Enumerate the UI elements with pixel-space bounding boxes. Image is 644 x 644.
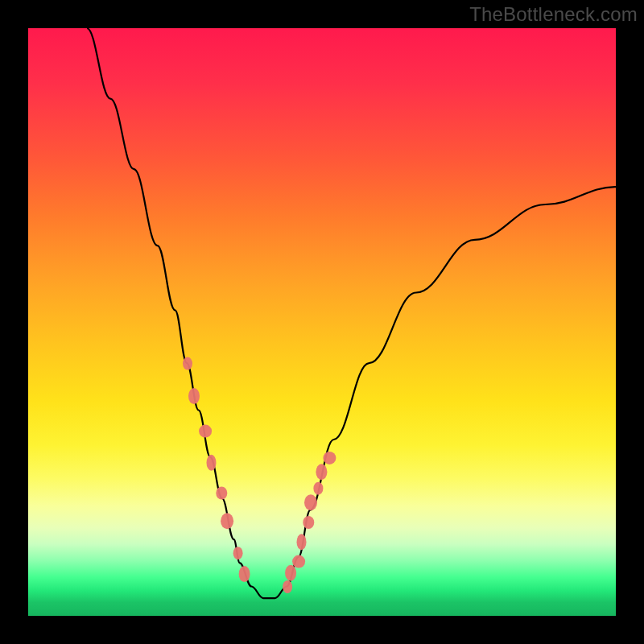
highlight-bead — [323, 452, 336, 464]
highlight-bead — [297, 534, 307, 550]
highlight-bead — [285, 565, 296, 581]
highlight-bead — [216, 487, 227, 500]
plot-area — [28, 28, 616, 616]
highlight-bead — [199, 425, 212, 438]
highlight-bead — [239, 566, 250, 582]
highlight-bead — [233, 547, 243, 559]
bottleneck-curve — [87, 28, 616, 598]
watermark-text: TheBottleneck.com — [469, 3, 638, 26]
right-highlight-cluster — [283, 452, 336, 593]
highlight-bead — [188, 388, 200, 404]
highlight-bead — [292, 555, 305, 568]
left-highlight-cluster — [183, 357, 250, 582]
highlight-bead — [303, 516, 314, 529]
curve-layer — [28, 28, 616, 616]
highlight-bead — [304, 494, 317, 510]
chart-stage: TheBottleneck.com — [0, 0, 644, 644]
highlight-bead — [313, 482, 323, 495]
highlight-bead — [183, 357, 192, 370]
highlight-bead — [221, 513, 233, 529]
highlight-bead — [207, 455, 217, 471]
highlight-bead — [283, 580, 292, 593]
highlight-bead — [316, 464, 327, 480]
